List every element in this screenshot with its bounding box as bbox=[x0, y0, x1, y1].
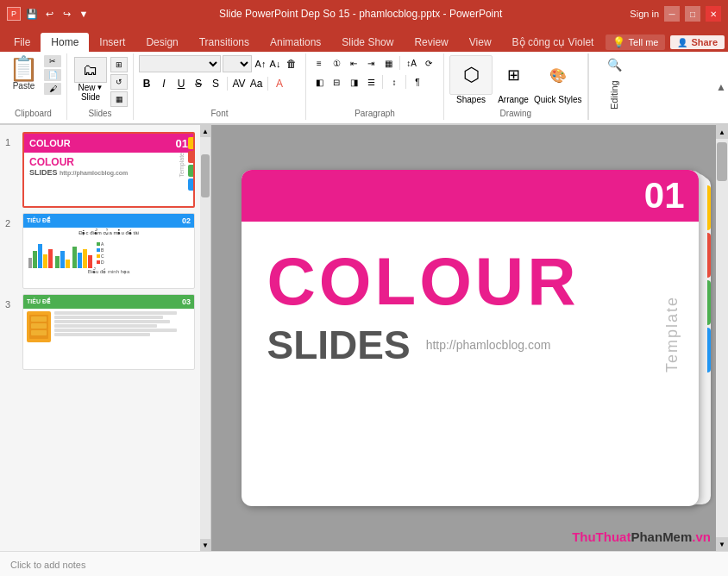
group-slides: 🗂 New ▼ Slide ⊞ ↺ ▦ Slides bbox=[67, 53, 134, 120]
tab-file[interactable]: File bbox=[3, 33, 41, 52]
quick-access-toolbar: 💾 ↩ ↪ ▼ bbox=[24, 6, 91, 22]
layout-button[interactable]: ⊞ bbox=[110, 57, 128, 72]
align-right-button[interactable]: ◨ bbox=[346, 74, 361, 90]
group-clipboard: 📋 Paste ✂ 📄 🖌 Clipboard bbox=[0, 53, 67, 120]
copy-button[interactable]: 📄 bbox=[44, 69, 61, 81]
tab-violet[interactable]: Bộ công cụ Violet bbox=[502, 33, 605, 52]
align-left-button[interactable]: ◧ bbox=[311, 74, 327, 90]
clear-format-button[interactable]: 🗑 bbox=[284, 55, 299, 72]
quick-styles-label: Quick Styles bbox=[534, 95, 582, 104]
decrease-font-button[interactable]: A↓ bbox=[268, 55, 282, 72]
decrease-indent-button[interactable]: ⇤ bbox=[346, 55, 361, 71]
tab-transitions[interactable]: Transitions bbox=[189, 33, 260, 52]
panel-scroll-down[interactable]: ▼ bbox=[200, 539, 210, 551]
bullets-button[interactable]: ≡ bbox=[311, 55, 327, 71]
strikethrough-button[interactable]: S bbox=[191, 76, 206, 91]
thumb1-slides-text: SLIDES http://phamlocblog.com bbox=[29, 168, 188, 177]
undo-button[interactable]: ↩ bbox=[41, 6, 57, 22]
tab-review[interactable]: Review bbox=[404, 33, 458, 52]
maximize-button[interactable]: □ bbox=[685, 6, 700, 22]
tell-me-box[interactable]: 💡 Tell me bbox=[606, 34, 666, 50]
add-notes-placeholder[interactable]: Click to add notes bbox=[10, 560, 85, 570]
char-spacing-button[interactable]: AV bbox=[231, 76, 247, 91]
close-button[interactable]: ✕ bbox=[706, 6, 721, 22]
align-center-button[interactable]: ⊟ bbox=[329, 74, 344, 90]
arrange-label: Arrange bbox=[498, 95, 529, 104]
slide-num-3: 3 bbox=[5, 294, 17, 310]
font-family-select[interactable] bbox=[139, 55, 221, 72]
minimize-button[interactable]: ─ bbox=[664, 6, 680, 22]
canvas-scroll-up[interactable]: ▲ bbox=[716, 125, 728, 139]
font-label: Font bbox=[210, 107, 228, 118]
numbering-button[interactable]: ① bbox=[329, 55, 344, 71]
slide-image-1[interactable]: COLOUR 01 COLOUR SLIDES http://phamlocbl… bbox=[22, 132, 195, 208]
ribbon: File Home Insert Design Transitions Anim… bbox=[0, 28, 728, 125]
text-dir-button[interactable]: ↕A bbox=[404, 55, 419, 71]
notes-bar[interactable]: Click to add notes bbox=[0, 551, 728, 576]
ribbon-content: 📋 Paste ✂ 📄 🖌 Clipboard 🗂 Ne bbox=[0, 52, 728, 122]
group-paragraph: ≡ ① ⇤ ⇥ ▦ ↕A ⟳ ◧ ⊟ ◨ ☰ ↕ ¶ bbox=[306, 53, 444, 120]
line-spacing-button[interactable]: ↕ bbox=[386, 74, 402, 90]
new-slide-button[interactable]: 🗂 New ▼ Slide bbox=[72, 55, 109, 103]
watermark: ThuThuat PhanMem .vn bbox=[572, 529, 711, 544]
canvas-scroll-thumb[interactable] bbox=[717, 142, 727, 181]
justify-button[interactable]: ☰ bbox=[363, 74, 379, 90]
redo-button[interactable]: ↪ bbox=[59, 6, 74, 22]
slide-colour-text: COLOUR bbox=[267, 247, 673, 315]
increase-font-button[interactable]: A↑ bbox=[254, 55, 267, 72]
slide-num-2: 2 bbox=[5, 213, 17, 229]
tab-insert[interactable]: Insert bbox=[89, 33, 135, 52]
save-button[interactable]: 💾 bbox=[24, 6, 40, 22]
main-slide-front[interactable]: 01 COLOUR SLIDES http://phamlocblog.com … bbox=[242, 170, 699, 506]
panel-scroll-thumb[interactable] bbox=[201, 154, 210, 197]
increase-indent-button[interactable]: ⇥ bbox=[363, 55, 379, 71]
shapes-button[interactable]: ⬡ Shapes bbox=[449, 55, 493, 104]
font-color-button[interactable]: A bbox=[272, 76, 287, 91]
slide-image-3[interactable]: TIÊU ĐỀ 03 bbox=[22, 294, 195, 370]
tab-view[interactable]: View bbox=[459, 33, 502, 52]
bold-button[interactable]: B bbox=[139, 76, 154, 91]
convert-smartart-button[interactable]: ⟳ bbox=[421, 55, 436, 71]
customize-qat-button[interactable]: ▼ bbox=[76, 6, 91, 22]
canvas-scrollbar-right[interactable]: ▲ ▼ bbox=[716, 125, 728, 551]
editing-panel: 🔍 Editing bbox=[588, 53, 640, 120]
slide-thumb-3[interactable]: 3 TIÊU ĐỀ 03 bbox=[5, 294, 195, 370]
shadow-button[interactable]: S bbox=[208, 76, 223, 91]
panel-scroll-up[interactable]: ▲ bbox=[200, 125, 210, 137]
tab-animations[interactable]: Animations bbox=[260, 33, 331, 52]
canvas-scroll-down[interactable]: ▼ bbox=[716, 537, 728, 551]
slide-panel-scrollbar[interactable]: ▲ ▼ bbox=[200, 125, 210, 551]
drawing-label: Drawing bbox=[499, 107, 531, 118]
italic-button[interactable]: I bbox=[156, 76, 172, 91]
paragraph-label: Paragraph bbox=[355, 107, 395, 118]
section-button[interactable]: ▦ bbox=[110, 91, 128, 107]
thumb1-num: 01 bbox=[176, 137, 188, 150]
share-button[interactable]: 👤 Share bbox=[670, 35, 725, 49]
slide-thumb-2[interactable]: 2 TIÊU ĐỀ 02 Đặc điểm của mẫu đề tài bbox=[5, 213, 195, 289]
ribbon-tab-bar: File Home Insert Design Transitions Anim… bbox=[0, 28, 728, 52]
para-spacing-button[interactable]: ¶ bbox=[410, 74, 425, 90]
title-bar-left: P 💾 ↩ ↪ ▼ bbox=[7, 6, 91, 22]
underline-button[interactable]: U bbox=[173, 76, 189, 91]
change-case-button[interactable]: Aa bbox=[248, 76, 264, 91]
tab-home[interactable]: Home bbox=[41, 33, 89, 52]
powerpoint-icon: P bbox=[7, 7, 21, 21]
slide-template-text: Template bbox=[663, 222, 681, 446]
thumb2-title: TIÊU ĐỀ bbox=[27, 217, 50, 224]
arrange-button[interactable]: ⊞ Arrange bbox=[496, 55, 530, 104]
cut-button[interactable]: ✂ bbox=[44, 55, 61, 67]
ribbon-collapse-button[interactable]: ▲ bbox=[714, 53, 728, 120]
slide-thumb-1[interactable]: 1 COLOUR 01 COLOUR SLIDES http://phamloc… bbox=[5, 132, 195, 208]
tab-slideshow[interactable]: Slide Show bbox=[331, 33, 404, 52]
font-size-select[interactable] bbox=[223, 55, 252, 72]
reset-button[interactable]: ↺ bbox=[110, 74, 128, 90]
tab-design[interactable]: Design bbox=[135, 33, 188, 52]
signin-button[interactable]: Sign in bbox=[630, 9, 659, 19]
canvas-scroll-track bbox=[716, 139, 728, 537]
slide-list[interactable]: 1 COLOUR 01 COLOUR SLIDES http://phamloc… bbox=[0, 125, 200, 551]
format-painter-button[interactable]: 🖌 bbox=[44, 83, 61, 95]
paste-button[interactable]: 📋 Paste bbox=[5, 55, 42, 95]
slide-image-2[interactable]: TIÊU ĐỀ 02 Đặc điểm của mẫu đề tài bbox=[22, 213, 195, 289]
quick-styles-button[interactable]: 🎨 Quick Styles bbox=[534, 55, 582, 104]
columns-button[interactable]: ▦ bbox=[380, 55, 396, 71]
